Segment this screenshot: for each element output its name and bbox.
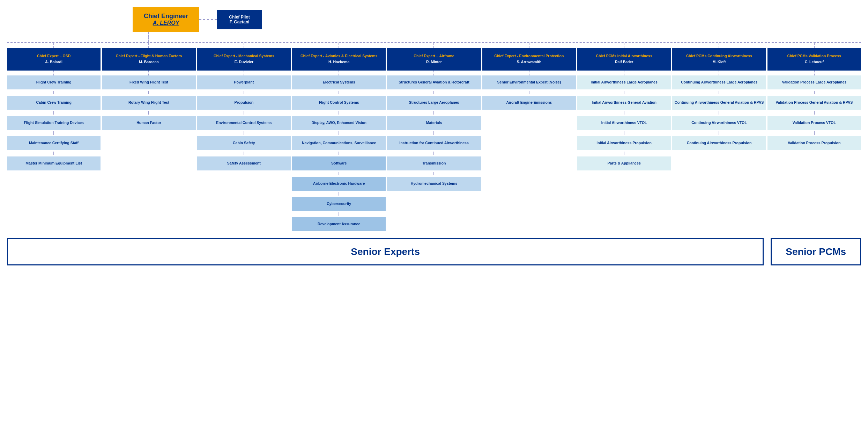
vc [244,152,244,155]
vc [339,91,339,94]
expert-name-0: A. Boiardi [45,60,62,65]
avio-item-0: Electrical Systems [292,75,386,89]
conn-v2-5 [433,71,434,75]
senior-experts-label: Senior Experts [351,246,420,257]
mech-item-1: Propulsion [197,96,291,110]
vc [148,91,149,94]
vc [624,152,624,155]
air-item-0: Structures General Aviation & Rotorcraft [387,75,481,89]
col-mech: Powerplant Propulsion Environmental Cont… [197,75,291,231]
vc [814,131,815,135]
expert-header-7: Chief PCMs Continuing Airworthiness M. K… [672,48,766,71]
col-flight: Fixed Wing Flight Test Rotary Wing Fligh… [102,75,195,231]
avio-item-6: Cybersecurity [292,197,386,211]
vc [244,91,244,94]
conn-v-4 [339,43,339,48]
pcmi-item-0: Initial Airworthiness Large Aeroplanes [577,75,671,89]
flight-item-0: Fixed Wing Flight Test [102,75,195,89]
osd-item-0: Flight Crew Training [7,75,101,89]
vc [339,172,339,175]
vc [433,152,434,155]
conn-v2-8 [719,71,719,75]
vc [719,131,719,135]
vc [244,111,244,115]
conn-v-3 [244,43,244,48]
vc [433,172,434,175]
expert-name-8: C. Leboeuf [805,60,824,65]
expert-name-6: Ralf Bader [615,60,633,65]
osd-item-1: Cabin Crew Training [7,96,101,110]
expert-title-1: Chief Expert - Flight & Human Factors [116,54,182,59]
osd-item-2: Flight Simulation Training Devices [7,116,101,130]
vc [53,111,54,115]
col-avionics: Electrical Systems Flight Control System… [292,75,386,231]
conn-v2-7 [624,71,624,75]
cp-name: F. Gaetani [223,20,256,24]
mech-item-2: Environmental Control Systems [197,116,291,130]
air-item-2: Materials [387,116,481,130]
expert-name-5: S. Arrowsmith [517,60,541,65]
vc [53,131,54,135]
osd-item-3: Maintenance Certifying Staff [7,136,101,150]
env-item-0: Senior Environmental Expert (Noise) [482,75,576,89]
vc [244,131,244,135]
conn-v-6 [529,43,529,48]
expert-title-8: Chief PCMs Validation Process [787,54,841,59]
conn-v-2 [148,43,149,48]
conn-v2-6 [529,71,529,75]
expert-name-4: R. Minter [426,60,442,65]
senior-pcms-box: Senior PCMs [771,238,861,265]
pcmv-item-1: Validation Process General Aviation & RP… [767,96,861,110]
vc [433,91,434,94]
expert-header-1: Chief Expert - Flight & Human Factors M.… [102,48,195,71]
flight-item-1: Rotary Wing Flight Test [102,96,195,110]
osd-item-4: Master Minimum Equipment List [7,156,101,170]
pcmc-item-3: Continuing Airworthiness Propulsion [672,136,766,150]
air-item-4: Transmission [387,156,481,170]
chief-pilot-box: Chief Pilot F. Gaetani [217,10,262,29]
expert-title-6: Chief PCMs Initial Airworthiness [596,54,652,59]
expert-header-4: Chief Expert – Airframe R. Minter [387,48,481,71]
vc [339,131,339,135]
expert-header-8: Chief PCMs Validation Process C. Leboeuf [767,48,861,71]
pcmv-item-2: Validation Process VTOL [767,116,861,130]
pcmc-item-2: Continuing Airworthiness VTOL [672,116,766,130]
chief-engineer-box: Chief Engineer A. LEROY [133,7,199,32]
col-airframe: Structures General Aviation & Rotorcraft… [387,75,481,231]
vc [433,111,434,115]
col-env: Senior Environmental Expert (Noise) Airc… [482,75,576,231]
flight-item-2: Human Factor [102,116,195,130]
air-item-1: Structures Large Aeroplanes [387,96,481,110]
conn-v-8 [719,43,719,48]
top-v-connector [148,32,149,42]
expert-header-0: Chief Expert – OSD A. Boiardi [7,48,101,71]
conn-v2-4 [339,71,339,75]
senior-experts-box: Senior Experts [7,238,764,265]
ce-title: Chief Engineer [144,13,188,20]
vc [624,111,624,115]
avio-item-1: Flight Control Systems [292,96,386,110]
avio-item-7: Development Assurance [292,217,386,231]
col-pcm-val: Validation Process Large Aeroplanes Vali… [767,75,861,231]
expert-title-3: Chief Expert - Avionics & Electrical Sys… [301,54,377,59]
conn-v2-1 [53,71,54,75]
vc [53,91,54,94]
conn-v-5 [433,43,434,48]
conn-v-1 [53,43,54,48]
pcmi-item-4: Parts & Appliances [577,156,671,170]
vc [624,131,624,135]
vc [814,111,815,115]
vc [339,111,339,115]
vc [339,212,339,216]
conn-v2-9 [814,71,815,75]
org-chart: Chief Engineer A. LEROY Chief Pilot F. G… [7,7,861,265]
mech-item-3: Cabin Safety [197,136,291,150]
cp-title: Chief Pilot [223,15,256,20]
vc [339,192,339,196]
expert-title-5: Chief Expert - Environmental Protection [494,54,564,59]
pcmc-item-1: Continuing Airworthiness General Aviatio… [672,96,766,110]
col-pcm-cont: Continuing Airworthiness Large Aeroplane… [672,75,766,231]
vc [719,91,719,94]
dashed-connector [199,19,217,20]
vc [624,91,624,94]
